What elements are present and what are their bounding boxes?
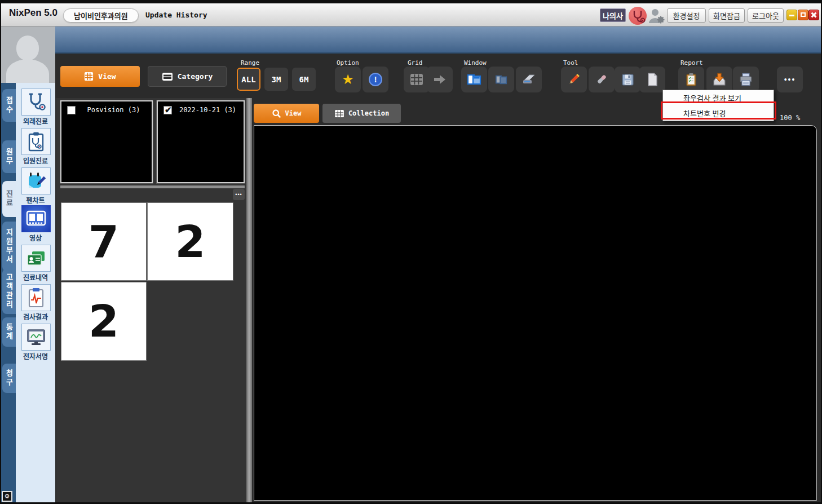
- thumbnail-1[interactable]: 7: [61, 202, 147, 281]
- sidebar-tab-reception[interactable]: 접수: [2, 89, 16, 122]
- option-section-label: Option: [337, 59, 359, 67]
- window-cascade-button[interactable]: [461, 67, 487, 92]
- date-group-checkbox[interactable]: [163, 106, 172, 114]
- report-save-button[interactable]: [706, 67, 732, 92]
- avatar: [16, 36, 39, 60]
- sidebar-item-esignature[interactable]: [21, 324, 51, 351]
- apply-grid-button[interactable]: [427, 67, 453, 92]
- thumbnail-2[interactable]: 2: [147, 202, 233, 281]
- thumbnail-more-button[interactable]: •••: [233, 189, 245, 200]
- category-list-icon: [162, 72, 173, 81]
- report-context-menu: 좌우검사 결과 보기 차트번호 변경: [662, 90, 774, 121]
- sidebar-item-inpatient-label: 입원진료: [16, 156, 55, 165]
- study-group-date[interactable]: 2022-10-21 (3): [157, 100, 245, 183]
- patient-bar: 차트번호 160 환자이름 일육공 M/38 (1984.07.12) 실행 내…: [55, 26, 822, 54]
- report-view-button[interactable]: [678, 67, 704, 92]
- close-button[interactable]: [808, 10, 819, 20]
- sidebar-item-esignature-label: 전자서명: [16, 351, 55, 361]
- test-result-clipboard-icon: [25, 286, 47, 309]
- user-badge[interactable]: 나의사: [600, 8, 626, 22]
- category-mode-button[interactable]: Category: [148, 66, 227, 87]
- horizontal-divider: [60, 185, 245, 188]
- patient-photo-placeholder: [0, 26, 55, 83]
- category-mode-label: Category: [178, 72, 213, 81]
- more-tools-button[interactable]: •••: [777, 67, 803, 92]
- pen-tool-button[interactable]: [561, 67, 587, 92]
- settings-button[interactable]: 환경설정: [667, 8, 706, 23]
- range-6m-button[interactable]: 6M: [292, 68, 316, 91]
- app-title: NixPen 5.0: [9, 7, 58, 19]
- maximize-button[interactable]: [798, 10, 808, 20]
- favorite-button[interactable]: ★: [335, 67, 361, 92]
- ellipsis-icon: •••: [235, 192, 242, 197]
- view-mode-label: View: [98, 72, 116, 81]
- logout-button[interactable]: 로그아웃: [748, 8, 784, 23]
- doctor-stethoscope-icon[interactable]: [629, 7, 647, 25]
- blank-page-icon: [646, 72, 659, 87]
- save-tool-button[interactable]: [615, 67, 640, 92]
- screen-lock-button[interactable]: 화면잠금: [709, 8, 745, 23]
- range-all-button[interactable]: ALL: [237, 68, 260, 91]
- clipboard-stethoscope-icon: [25, 130, 47, 153]
- panel-splitter[interactable]: [246, 98, 252, 504]
- range-3m-button[interactable]: 3M: [264, 68, 288, 91]
- sidebar-tab-customer-mgmt[interactable]: 고객관리: [2, 269, 16, 314]
- sidebar-tab-support-dept[interactable]: 지원부서: [2, 222, 16, 271]
- corner-settings-button[interactable]: ⚙: [2, 491, 12, 502]
- person-gear-glyph: [648, 7, 665, 24]
- avatar-body: [6, 59, 49, 83]
- gear-icon: ⚙: [5, 493, 10, 499]
- sidebar-tab-administration[interactable]: 원무: [2, 140, 16, 173]
- clinic-name-badge[interactable]: 남이비인후과의원: [63, 8, 139, 23]
- close-icon: [809, 10, 819, 20]
- title-bar: NixPen 5.0 남이비인후과의원 Update History 나의사 환…: [0, 0, 822, 26]
- print-button[interactable]: [733, 67, 759, 92]
- minimize-button[interactable]: [786, 10, 797, 20]
- pencil-icon: [567, 72, 581, 87]
- minimize-icon: [789, 15, 794, 16]
- floppy-disk-icon: [621, 73, 635, 87]
- viewer-tab-collection-label: Collection: [348, 109, 389, 117]
- context-menu-item-change-chart-no[interactable]: 차트번호 변경: [663, 105, 774, 121]
- viewer-tab-collection[interactable]: Collection: [322, 104, 401, 123]
- tool-section-label: Tool: [563, 59, 578, 67]
- thumbnail-3[interactable]: 2: [61, 282, 147, 361]
- sidebar-item-imaging[interactable]: [21, 205, 51, 232]
- sidebar-item-inpatient[interactable]: [21, 128, 51, 155]
- user-settings-icon[interactable]: [648, 7, 665, 24]
- exclamation-icon: !: [369, 73, 382, 86]
- important-button[interactable]: !: [363, 67, 388, 92]
- report-section-label: Report: [680, 59, 703, 67]
- grid-section-label: Grid: [408, 59, 423, 67]
- scanner-icon: [521, 73, 537, 86]
- study-group-posvision[interactable]: Posvision (3): [60, 100, 153, 183]
- sidebar-item-imaging-label: 영상: [16, 233, 55, 242]
- context-menu-item-lr-results[interactable]: 좌우검사 결과 보기: [663, 90, 774, 105]
- sidebar-tab-statistics[interactable]: 통계: [2, 317, 16, 347]
- sidebar-item-test-results[interactable]: [21, 284, 51, 311]
- new-page-button[interactable]: [639, 67, 665, 92]
- sidebar-item-penchart-label: 펜차트: [16, 195, 55, 205]
- sidebar-item-outpatient[interactable]: [21, 89, 51, 116]
- report-clipboard-icon: [684, 72, 698, 87]
- windows-dim-icon: [494, 73, 508, 86]
- eraser-icon: [594, 72, 609, 87]
- window-section-label: Window: [464, 59, 487, 67]
- image-canvas[interactable]: [254, 125, 817, 501]
- sidebar-item-penchart[interactable]: [21, 167, 51, 194]
- sidebar-item-treatment-history[interactable]: [21, 245, 51, 272]
- windows-icon: [467, 73, 481, 86]
- viewer-tab-view[interactable]: View: [254, 104, 319, 123]
- view-mode-button[interactable]: View: [60, 66, 140, 87]
- printer-icon: [739, 72, 753, 87]
- update-history-link[interactable]: Update History: [145, 11, 207, 19]
- sidebar-tab-treatment[interactable]: 진료: [2, 181, 16, 217]
- grid-layout-button[interactable]: [404, 67, 430, 92]
- scanner-button[interactable]: [516, 67, 542, 92]
- window-tile-button[interactable]: [488, 67, 514, 92]
- sidebar-item-outpatient-label: 외래진료: [16, 116, 55, 126]
- arrow-right-icon: [433, 74, 447, 85]
- sidebar-tab-billing[interactable]: 청구: [2, 364, 16, 393]
- posvision-checkbox[interactable]: [67, 106, 76, 114]
- eraser-tool-button[interactable]: [589, 67, 615, 92]
